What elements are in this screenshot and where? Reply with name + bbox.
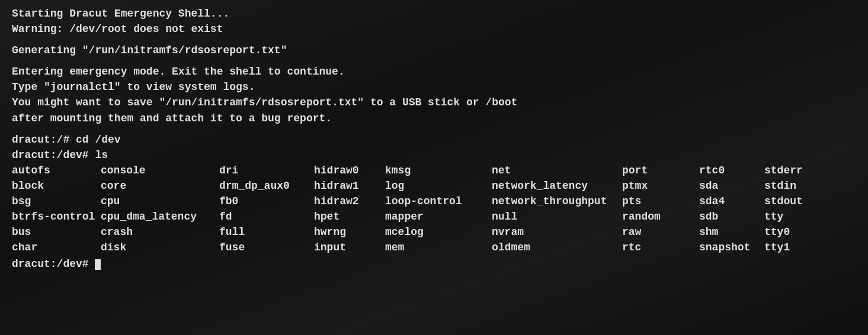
line-prompt-final[interactable]: dracut:/dev#	[12, 256, 856, 272]
ls-item: loop-control	[385, 194, 492, 209]
ls-item: drm_dp_aux0	[219, 178, 314, 194]
line-after: after mounting them and attach it to a b…	[12, 111, 856, 126]
ls-item: rtc	[622, 240, 699, 255]
ls-item: mapper	[385, 209, 492, 224]
ls-item: rtc0	[699, 163, 764, 178]
ls-item: stderr	[764, 163, 812, 178]
ls-item: console	[101, 163, 219, 178]
ls-item: port	[622, 163, 699, 178]
ls-item: tty0	[764, 224, 812, 240]
ls-item: sdb	[699, 209, 764, 224]
ls-item: fb0	[219, 194, 314, 209]
ls-item: crash	[101, 224, 219, 240]
ls-item: snapshot	[699, 240, 764, 255]
ls-item: hwrng	[314, 224, 385, 240]
ls-item: stdin	[764, 178, 812, 194]
ls-item: shm	[699, 224, 764, 240]
ls-item: oldmem	[492, 240, 622, 255]
line-cd: dracut:/# cd /dev	[12, 132, 856, 147]
ls-item: block	[12, 178, 101, 194]
ls-item: ptmx	[622, 178, 699, 194]
ls-item: autofs	[12, 163, 101, 178]
ls-item: sda	[699, 178, 764, 194]
ls-item: mcelog	[385, 224, 492, 240]
line-emergency: Entering emergency mode. Exit the shell …	[12, 64, 856, 79]
ls-item: random	[622, 209, 699, 224]
ls-output: autofs console dri hidraw0 kmsg net port…	[12, 163, 856, 256]
ls-item: char	[12, 240, 101, 255]
ls-item: fd	[219, 209, 314, 224]
ls-item: nvram	[492, 224, 622, 240]
ls-item: network_latency	[492, 178, 622, 194]
ls-item: stdout	[764, 194, 812, 209]
terminal-window: Starting Dracut Emergency Shell... Warni…	[0, 0, 868, 335]
ls-item: btrfs-control	[12, 209, 101, 224]
ls-item: hpet	[314, 209, 385, 224]
line-save: You might want to save "/run/initramfs/r…	[12, 95, 856, 110]
ls-item: null	[492, 209, 622, 224]
ls-item: hidraw2	[314, 194, 385, 209]
ls-item: cpu_dma_latency	[101, 209, 219, 224]
ls-item: sda4	[699, 194, 764, 209]
ls-item: log	[385, 178, 492, 194]
ls-item: tty	[764, 209, 812, 224]
ls-item: dri	[219, 163, 314, 178]
ls-item: input	[314, 240, 385, 255]
line-generating: Generating "/run/initramfs/rdsosreport.t…	[12, 43, 856, 58]
ls-item: kmsg	[385, 163, 492, 178]
ls-item: raw	[622, 224, 699, 240]
ls-item: hidraw1	[314, 178, 385, 194]
ls-item: full	[219, 224, 314, 240]
ls-item: core	[101, 178, 219, 194]
line-ls: dracut:/dev# ls	[12, 147, 856, 163]
line-warning: Warning: /dev/root does not exist	[12, 21, 856, 37]
ls-item: bus	[12, 224, 101, 240]
ls-item: bsg	[12, 194, 101, 209]
ls-item: cpu	[101, 194, 219, 209]
line-journalctl: Type "journalctl" to view system logs.	[12, 79, 856, 95]
ls-item: tty1	[764, 240, 812, 255]
ls-item: net	[492, 163, 622, 178]
cursor-blink	[95, 259, 101, 270]
ls-item: disk	[101, 240, 219, 255]
line-starting: Starting Dracut Emergency Shell...	[12, 6, 856, 21]
ls-item: hidraw0	[314, 163, 385, 178]
ls-item: mem	[385, 240, 492, 255]
ls-item: pts	[622, 194, 699, 209]
ls-item: network_throughput	[492, 194, 622, 209]
ls-item: fuse	[219, 240, 314, 255]
